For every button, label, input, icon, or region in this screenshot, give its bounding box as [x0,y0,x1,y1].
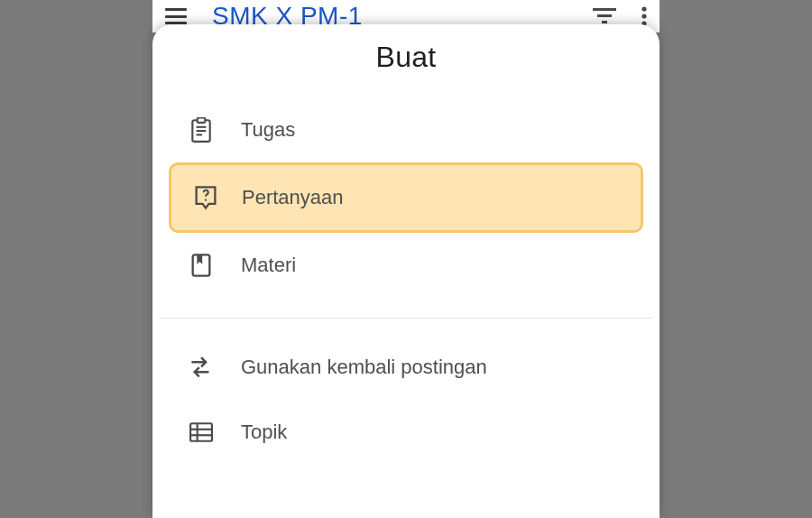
svg-point-4 [641,14,646,18]
menu-item-label: Pertanyaan [242,186,344,209]
svg-rect-0 [593,8,616,11]
create-menu: Tugas Pertanyaan Materi [152,97,660,465]
create-sheet: Buat Tugas [152,24,660,518]
menu-item-assignment[interactable]: Tugas [160,97,652,162]
svg-rect-13 [190,423,212,441]
sheet-title: Buat [152,41,660,74]
svg-rect-1 [597,14,612,17]
menu-divider [160,318,652,319]
menu-item-reuse-post[interactable]: Gunakan kembali postingan [160,335,652,400]
overflow-icon[interactable] [641,6,647,26]
menu-item-label: Tugas [241,118,295,142]
svg-point-3 [641,6,646,11]
svg-rect-7 [198,118,206,123]
menu-icon[interactable] [165,8,187,24]
assignment-icon [189,117,214,143]
filter-icon[interactable] [593,8,616,24]
topic-icon [189,422,214,442]
material-icon [189,253,214,278]
reuse-icon [189,356,214,378]
svg-rect-2 [602,21,607,23]
menu-item-question[interactable]: Pertanyaan [169,162,643,233]
menu-item-label: Topik [241,421,287,444]
menu-item-topic[interactable]: Topik [160,400,652,465]
menu-item-material[interactable]: Materi [160,233,652,298]
header-actions [593,6,647,26]
svg-point-11 [205,199,207,201]
menu-item-label: Materi [241,254,296,277]
question-icon [193,184,218,211]
menu-item-label: Gunakan kembali postingan [241,356,487,379]
